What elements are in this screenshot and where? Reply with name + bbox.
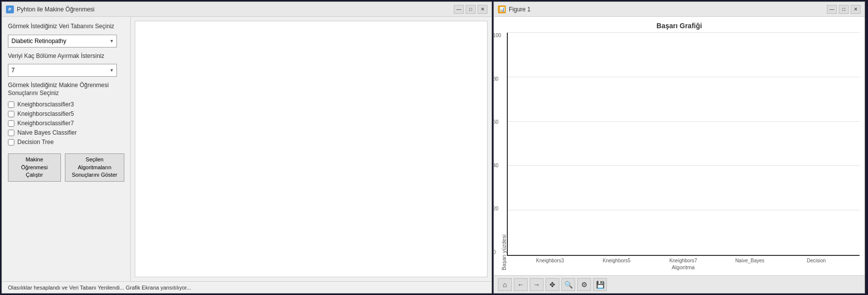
checkbox-nbc[interactable] [8, 130, 14, 136]
y-tick-60: 60 [494, 119, 501, 125]
left-window: P Pyhton ile Makine Öğrenmesi — □ ✕ Görm… [1, 1, 492, 294]
x-label-knn3: Kneighbors3 [530, 258, 570, 263]
left-panel: Görmek İstediğiniz Veri Tabanını Seçiniz… [2, 17, 131, 281]
close-button[interactable]: ✕ [478, 5, 488, 14]
status-bar: Olasılıklar hesaplandı ve Veri Tabanı Ye… [2, 281, 491, 293]
left-window-title: Pyhton ile Makine Öğrenmesi [17, 6, 95, 13]
checkbox-dt-label: Decision Tree [17, 139, 54, 146]
status-text: Olasılıklar hesaplandı ve Veri Tabanı Ye… [8, 285, 191, 291]
figure-content: Başarı Grafiği Başarı yüzdesi 0 20 40 60… [494, 17, 865, 275]
checkbox-knn7-label: Kneighborsclassifier7 [17, 120, 74, 127]
titlebar-left: P Pyhton ile Makine Öğrenmesi [6, 5, 95, 13]
y-ticks: 0 20 40 60 80 100 [494, 33, 501, 255]
figure-window: 📊 Figure 1 — □ ✕ Başarı Grafiği Başarı y… [493, 1, 865, 294]
checkbox-item-nbc: Naive Bayes Classifier [8, 129, 124, 136]
checkbox-item-knn7: Kneighborsclassifier7 [8, 120, 124, 127]
figure-icon: 📊 [498, 5, 506, 13]
database-label: Görmek İstediğiniz Veri Tabanını Seçiniz [8, 23, 124, 31]
chart-title: Başarı Grafiği [656, 22, 702, 30]
bars-container [508, 33, 860, 255]
figure-controls: — □ ✕ [827, 5, 861, 14]
plot-area [135, 21, 488, 277]
split-combo-wrapper: 2345 678 910 [8, 64, 117, 77]
save-button[interactable]: 💾 [593, 278, 607, 291]
database-combo-wrapper: Diabetic Retinopathy Iris Wine Breast Ca… [8, 35, 117, 48]
checkbox-nbc-label: Naive Bayes Classifier [17, 129, 77, 136]
split-label: Veriyi Kaç Bölüme Ayırmak İstersiniz [8, 52, 124, 60]
left-titlebar: P Pyhton ile Makine Öğrenmesi — □ ✕ [2, 2, 491, 17]
forward-button[interactable]: → [530, 278, 543, 291]
y-tick-80: 80 [494, 76, 501, 82]
checkbox-knn5-label: Kneighborsclassifier5 [17, 110, 74, 117]
checkbox-knn3-label: Kneighborsclassifier3 [17, 101, 74, 108]
figure-toolbar: ⌂ ← → ✥ 🔍 ⚙ 💾 [494, 275, 865, 293]
titlebar-controls: — □ ✕ [454, 5, 488, 14]
chart-plot: 0 20 40 60 80 100 [507, 33, 860, 256]
x-label-decision: Decision [797, 258, 836, 263]
figure-minimize-button[interactable]: — [827, 5, 837, 14]
checkbox-item-knn3: Kneighborsclassifier3 [8, 101, 124, 108]
checkbox-dt[interactable] [8, 139, 14, 146]
pan-button[interactable]: ✥ [545, 278, 559, 291]
x-label-nbc: Naive_Bayes [730, 258, 769, 263]
checkbox-knn7[interactable] [8, 120, 14, 127]
database-select[interactable]: Diabetic Retinopathy Iris Wine Breast Ca… [8, 35, 117, 48]
show-results-button[interactable]: Seçilen AlgoritmalarınSonuçlarını Göster [65, 153, 124, 181]
figure-titlebar-left: 📊 Figure 1 [498, 5, 531, 13]
figure-titlebar: 📊 Figure 1 — □ ✕ [494, 2, 865, 17]
app-icon: P [6, 5, 14, 13]
maximize-button[interactable]: □ [466, 5, 476, 14]
minimize-button[interactable]: — [454, 5, 464, 14]
x-label-knn7: Kneighbors7 [663, 258, 703, 263]
chart-container: Başarı yüzdesi 0 20 40 60 80 100 [499, 33, 860, 270]
y-tick-0: 0 [494, 249, 501, 255]
window-content: Görmek İstediğiniz Veri Tabanını Seçiniz… [2, 17, 491, 281]
checkbox-item-dt: Decision Tree [8, 139, 124, 146]
checkbox-knn3[interactable] [8, 101, 14, 108]
zoom-button[interactable]: 🔍 [561, 278, 575, 291]
figure-close-button[interactable]: ✕ [851, 5, 861, 14]
x-label-knn5: Kneighbors5 [597, 258, 637, 263]
checkbox-knn5[interactable] [8, 111, 14, 117]
split-select[interactable]: 2345 678 910 [8, 64, 117, 77]
checkbox-group: Kneighborsclassifier3 Kneighborsclassifi… [8, 101, 124, 146]
figure-maximize-button[interactable]: □ [839, 5, 849, 14]
y-tick-20: 20 [494, 206, 501, 211]
home-button[interactable]: ⌂ [498, 278, 512, 291]
back-button[interactable]: ← [514, 278, 528, 291]
button-row: Makine ÖğrenmesiÇalıştır Seçilen Algorit… [8, 153, 124, 181]
checkbox-item-knn5: Kneighborsclassifier5 [8, 110, 124, 117]
settings-button[interactable]: ⚙ [577, 278, 591, 291]
chart-area: 0 20 40 60 80 100 [507, 33, 860, 270]
y-tick-100: 100 [494, 33, 501, 38]
ml-label: Görmek İstediğiniz Makine ÖğrenmesiSonuç… [8, 82, 124, 97]
run-button[interactable]: Makine ÖğrenmesiÇalıştır [8, 153, 61, 181]
x-labels: Kneighbors3 Kneighbors5 Kneighbors7 Naiv… [507, 258, 860, 263]
figure-title: Figure 1 [509, 6, 531, 13]
x-axis-title: Algoritma [507, 264, 860, 270]
y-tick-40: 40 [494, 163, 501, 168]
main-area [131, 17, 491, 281]
